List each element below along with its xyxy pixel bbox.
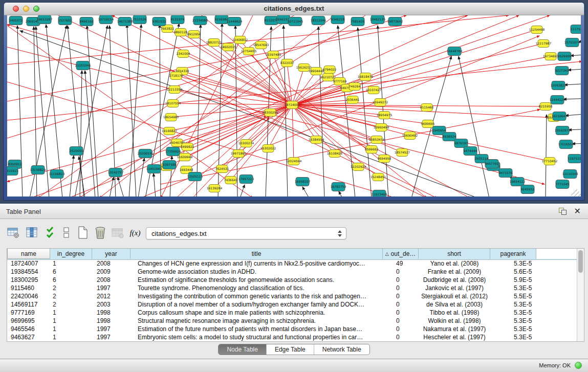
table-cell[interactable]: 5.3E-5 bbox=[490, 309, 536, 317]
network-node[interactable]: 7515526 bbox=[133, 15, 147, 24]
network-node[interactable]: 2405572 bbox=[9, 16, 23, 25]
function-builder-icon[interactable]: f(x) bbox=[128, 225, 142, 240]
network-node[interactable]: 16782759 bbox=[331, 183, 346, 191]
network-node[interactable]: 19904448 bbox=[309, 68, 324, 75]
table-cell[interactable]: 49 bbox=[383, 259, 419, 268]
column-header-short[interactable]: short bbox=[419, 249, 490, 259]
table-row[interactable]: 1872400712008Changes of HCN gene express… bbox=[7, 259, 577, 268]
network-node[interactable]: 8471676 bbox=[499, 169, 513, 178]
create-column-icon[interactable] bbox=[76, 225, 90, 240]
table-cell[interactable]: 5.5E-5 bbox=[490, 292, 536, 300]
network-node[interactable]: 2718176 bbox=[169, 72, 183, 80]
table-cell[interactable]: 22420046 bbox=[7, 292, 50, 300]
network-node[interactable]: 14671388 bbox=[117, 17, 133, 26]
table-cell[interactable]: 18300295 bbox=[7, 276, 50, 284]
network-node[interactable]: 10397483 bbox=[266, 51, 281, 59]
network-node[interactable]: 10462135 bbox=[370, 15, 386, 24]
table-cell[interactable]: Changes of HCN gene expression and I(f) … bbox=[130, 259, 383, 268]
table-cell[interactable]: 19384554 bbox=[7, 268, 50, 276]
table-cell[interactable]: 2003 bbox=[92, 300, 130, 309]
network-node[interactable]: 12202924 bbox=[351, 163, 366, 171]
network-node[interactable]: 9245652 bbox=[521, 185, 535, 194]
network-node[interactable]: 10107427 bbox=[366, 86, 382, 94]
table-cell[interactable]: 5.3E-5 bbox=[490, 300, 536, 309]
network-node[interactable]: 15302022 bbox=[260, 145, 276, 152]
table-cell[interactable]: 1997 bbox=[92, 333, 130, 341]
network-node[interactable]: 12210348 bbox=[562, 170, 578, 179]
network-node[interactable]: 18547693 bbox=[253, 41, 269, 49]
network-node[interactable]: 2520655 bbox=[70, 147, 83, 156]
window-titlebar[interactable]: citations_edges.txt bbox=[4, 3, 584, 15]
network-node[interactable]: 9346218 bbox=[331, 15, 345, 24]
network-node[interactable]: 8599662 bbox=[365, 146, 379, 154]
network-node[interactable]: 8466160 bbox=[80, 17, 94, 26]
table-cell[interactable]: Hescheler et al. (1997) bbox=[419, 333, 490, 341]
network-node[interactable]: 16210643 bbox=[552, 112, 568, 121]
network-node[interactable]: 9860128 bbox=[174, 29, 188, 36]
network-node[interactable]: 8912954 bbox=[187, 31, 201, 38]
network-node[interactable]: 13142757 bbox=[108, 168, 124, 177]
table-cell[interactable]: 2 bbox=[50, 300, 92, 309]
table-cell[interactable]: 1 bbox=[50, 259, 92, 268]
table-row[interactable]: 977716911998Corpus callosum shape and si… bbox=[7, 309, 577, 317]
network-node[interactable]: 17016504 bbox=[558, 140, 574, 149]
table-vertical-scrollbar[interactable] bbox=[577, 249, 584, 341]
table-cell[interactable]: 0 bbox=[383, 333, 419, 341]
table-row[interactable]: 946554611997Estimation of the future num… bbox=[7, 325, 577, 333]
table-cell[interactable]: 1 bbox=[50, 317, 92, 325]
table-row[interactable]: 1456911722003Disruption of a novel membe… bbox=[7, 300, 577, 309]
table-cell[interactable]: 1 bbox=[50, 333, 92, 341]
network-node[interactable]: 9227343 bbox=[555, 67, 569, 75]
network-node[interactable]: 15592971 bbox=[555, 126, 571, 135]
tab-node-table[interactable]: Node Table bbox=[219, 344, 267, 355]
table-cell[interactable]: 5.3E-5 bbox=[490, 317, 536, 325]
network-node[interactable]: 9529906 bbox=[558, 52, 572, 61]
table-cell[interactable]: 0 bbox=[383, 325, 419, 333]
table-cell[interactable]: Nakamura et al. (1997) bbox=[419, 325, 490, 333]
table-cell[interactable]: 5.3E-5 bbox=[490, 333, 536, 341]
network-node[interactable]: 21053346 bbox=[75, 61, 91, 70]
table-cell[interactable]: 0 bbox=[383, 292, 419, 300]
column-header-name[interactable]: name bbox=[7, 249, 50, 259]
network-node[interactable]: 12217987 bbox=[536, 40, 552, 48]
table-cell[interactable]: 9465546 bbox=[7, 325, 50, 333]
table-mode-icon[interactable] bbox=[6, 225, 20, 240]
network-node[interactable]: 10300274 bbox=[238, 140, 254, 147]
network-node[interactable]: 17957223 bbox=[238, 175, 254, 184]
unselect-all-columns-icon[interactable] bbox=[59, 225, 74, 240]
network-node[interactable]: 8938924 bbox=[443, 133, 456, 141]
network-node[interactable]: 11451942 bbox=[146, 165, 162, 173]
network-node[interactable]: 746264 bbox=[349, 83, 361, 91]
table-cell[interactable]: 0 bbox=[383, 317, 419, 325]
tab-network-table[interactable]: Network Table bbox=[314, 344, 369, 355]
network-node[interactable]: 10719154 bbox=[98, 15, 114, 24]
table-cell[interactable]: Estimation of the future numbers of pati… bbox=[130, 325, 383, 333]
network-node[interactable]: 3499822 bbox=[181, 143, 194, 151]
table-cell[interactable]: Embryonic stem cells: a model to study s… bbox=[130, 333, 383, 341]
network-node[interactable]: 12093822 bbox=[551, 81, 567, 90]
table-cell[interactable]: 5.3E-5 bbox=[490, 325, 536, 333]
table-cell[interactable]: 9699695 bbox=[7, 317, 50, 325]
table-cell[interactable]: 0 bbox=[383, 268, 419, 276]
network-node[interactable]: 11449624 bbox=[227, 17, 243, 26]
network-node[interactable]: 11156823 bbox=[49, 170, 65, 179]
network-node[interactable]: 7771045 bbox=[556, 180, 570, 189]
table-row[interactable]: 911546021997Tourette syndrome. Phenomeno… bbox=[7, 284, 577, 292]
network-node[interactable]: 7436647 bbox=[224, 177, 238, 184]
network-node[interactable]: 18954975 bbox=[377, 112, 393, 119]
table-cell[interactable]: Stergiakouli et al. (2012) bbox=[419, 292, 490, 300]
table-cell[interactable]: 0 bbox=[383, 276, 419, 284]
table-cell[interactable]: 5.9E-5 bbox=[490, 276, 536, 284]
table-cell[interactable]: 6 bbox=[50, 276, 92, 284]
table-selector[interactable]: citations_edges.txt bbox=[146, 227, 346, 239]
network-node[interactable]: 18820721 bbox=[206, 39, 222, 47]
table-cell[interactable]: 5.6E-5 bbox=[490, 268, 536, 276]
network-node[interactable]: 9699695 bbox=[421, 120, 435, 128]
table-cell[interactable]: 2008 bbox=[92, 259, 130, 268]
network-node[interactable]: 11254498 bbox=[529, 26, 545, 34]
table-cell[interactable]: 18724007 bbox=[7, 259, 50, 268]
network-node[interactable]: 10960498 bbox=[374, 124, 389, 132]
network-node[interactable]: 16818476 bbox=[358, 73, 374, 81]
column-header-out_de[interactable]: △out_de… bbox=[383, 249, 419, 259]
network-node[interactable]: 22406812 bbox=[232, 36, 248, 44]
